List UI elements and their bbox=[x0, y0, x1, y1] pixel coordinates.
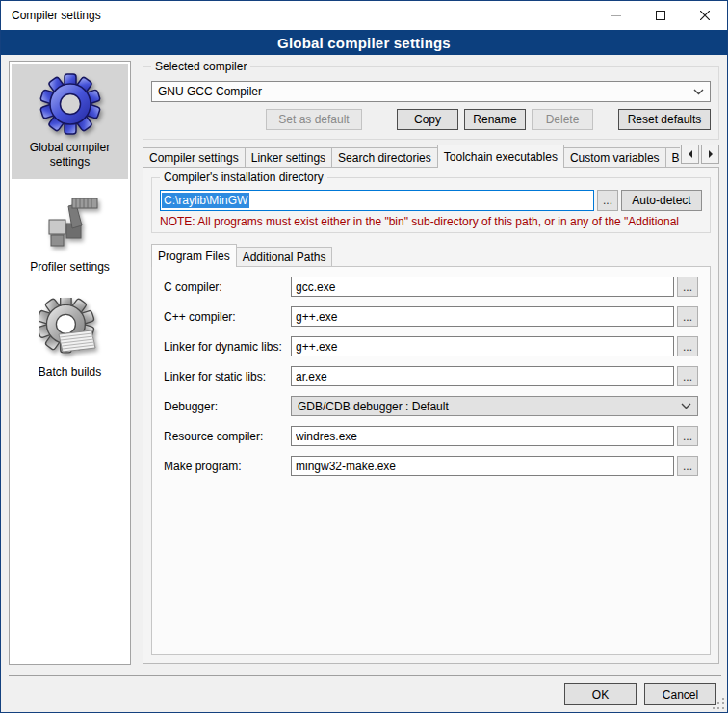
sidebar-item-global-compiler-settings[interactable]: Global compiler settings bbox=[12, 64, 128, 179]
close-button[interactable] bbox=[683, 1, 727, 30]
c-compiler-input[interactable] bbox=[291, 277, 674, 297]
sidebar-item-label: Profiler settings bbox=[30, 260, 110, 275]
sidebar-item-label: Batch builds bbox=[39, 365, 101, 380]
tab-program-files[interactable]: Program Files bbox=[151, 244, 237, 267]
resource-compiler-label: Resource compiler: bbox=[164, 430, 291, 443]
caption-buttons bbox=[594, 1, 727, 30]
tab-toolchain-executables[interactable]: Toolchain executables bbox=[437, 145, 564, 168]
static-linker-row: Linker for static libs: ... bbox=[164, 366, 698, 386]
window-title: Compiler settings bbox=[1, 9, 101, 22]
resize-grip[interactable] bbox=[713, 698, 725, 710]
make-program-browse-button[interactable]: ... bbox=[677, 456, 698, 476]
minimize-icon bbox=[611, 11, 621, 20]
dynamic-linker-browse-button[interactable]: ... bbox=[677, 336, 698, 356]
resource-compiler-row: Resource compiler: ... bbox=[164, 426, 698, 446]
sidebar-item-batch-builds[interactable]: Batch builds bbox=[12, 288, 128, 389]
arrow-left-icon bbox=[688, 150, 693, 158]
cpp-compiler-input[interactable] bbox=[291, 306, 674, 327]
tab-scroll-arrows bbox=[681, 145, 719, 164]
rename-button[interactable]: Rename bbox=[464, 109, 526, 130]
debugger-value: GDB/CDB debugger : Default bbox=[298, 400, 449, 413]
compiler-settings-dialog: Compiler settings Global compiler settin… bbox=[0, 0, 728, 713]
installation-directory-group: Compiler's installation directory C:\ray… bbox=[151, 177, 711, 233]
installation-directory-legend: Compiler's installation directory bbox=[160, 171, 327, 184]
copy-button[interactable]: Copy bbox=[397, 109, 458, 130]
static-linker-label: Linker for static libs: bbox=[164, 370, 291, 383]
cancel-button[interactable]: Cancel bbox=[644, 683, 716, 705]
dialog-banner: Global compiler settings bbox=[1, 30, 727, 55]
tab-scroll-left-button[interactable] bbox=[681, 145, 699, 164]
footer-separator bbox=[9, 675, 721, 676]
make-program-input[interactable] bbox=[291, 456, 674, 476]
debugger-dropdown[interactable]: GDB/CDB debugger : Default bbox=[291, 396, 698, 416]
cpp-compiler-browse-button[interactable]: ... bbox=[677, 306, 698, 327]
toolchain-executables-page: Compiler's installation directory C:\ray… bbox=[143, 167, 719, 664]
reset-defaults-button[interactable]: Reset defaults bbox=[618, 109, 711, 130]
install-dir-browse-button[interactable]: ... bbox=[597, 190, 618, 211]
make-program-label: Make program: bbox=[164, 460, 291, 473]
c-compiler-row: C compiler: ... bbox=[164, 277, 698, 297]
set-as-default-button: Set as default bbox=[266, 109, 362, 130]
title-bar[interactable]: Compiler settings bbox=[1, 1, 727, 30]
settings-category-sidebar: Global compiler settings Profiler settin… bbox=[9, 61, 131, 665]
c-compiler-browse-button[interactable]: ... bbox=[677, 277, 698, 297]
sidebar-item-label: Global compiler settings bbox=[13, 141, 126, 170]
selected-compiler-value: GNU GCC Compiler bbox=[158, 85, 262, 98]
paths-tab-bar: Program Files Additional Paths bbox=[151, 243, 711, 266]
make-program-row: Make program: ... bbox=[164, 456, 698, 476]
gear-blue-icon bbox=[39, 73, 101, 135]
install-dir-input[interactable]: C:\raylib\MinGW bbox=[160, 190, 594, 211]
tab-compiler-settings[interactable]: Compiler settings bbox=[143, 147, 246, 167]
static-linker-browse-button[interactable]: ... bbox=[677, 366, 698, 386]
tab-scroll-right-button[interactable] bbox=[701, 145, 719, 164]
minimize-button[interactable] bbox=[594, 1, 638, 30]
tab-build-truncated[interactable]: Builc bbox=[665, 147, 680, 167]
debugger-label: Debugger: bbox=[164, 400, 291, 413]
program-files-page: C compiler: ... C++ compiler: ... Linker… bbox=[151, 266, 711, 655]
gear-stack-icon bbox=[39, 298, 101, 359]
selected-compiler-group: Selected compiler GNU GCC Compiler Set a… bbox=[143, 66, 719, 140]
compiler-buttons-row: Set as default Copy Rename Delete Reset … bbox=[151, 109, 711, 130]
caliper-icon bbox=[39, 193, 101, 254]
settings-tab-bar: Compiler settings Linker settings Search… bbox=[143, 144, 719, 167]
c-compiler-label: C compiler: bbox=[164, 280, 291, 294]
dynamic-linker-input[interactable] bbox=[291, 336, 674, 356]
tab-custom-variables[interactable]: Custom variables bbox=[563, 147, 666, 167]
dynamic-linker-label: Linker for dynamic libs: bbox=[164, 340, 291, 354]
bin-subdirectory-note: NOTE: All programs must exist either in … bbox=[160, 215, 702, 228]
delete-button: Delete bbox=[532, 109, 593, 130]
tab-additional-paths[interactable]: Additional Paths bbox=[236, 247, 333, 266]
selected-compiler-dropdown[interactable]: GNU GCC Compiler bbox=[151, 81, 711, 102]
cpp-compiler-row: C++ compiler: ... bbox=[164, 306, 698, 327]
main-panel: Selected compiler GNU GCC Compiler Set a… bbox=[143, 61, 719, 665]
close-icon bbox=[700, 11, 710, 20]
chevron-down-icon bbox=[681, 403, 691, 409]
tab-linker-settings[interactable]: Linker settings bbox=[245, 147, 332, 167]
dynamic-linker-row: Linker for dynamic libs: ... bbox=[164, 336, 698, 356]
resource-compiler-input[interactable] bbox=[291, 426, 674, 446]
maximize-button[interactable] bbox=[638, 1, 683, 30]
maximize-icon bbox=[656, 11, 665, 20]
install-dir-selected-text: C:\raylib\MinGW bbox=[162, 193, 249, 208]
resource-compiler-browse-button[interactable]: ... bbox=[677, 426, 698, 446]
static-linker-input[interactable] bbox=[291, 366, 674, 386]
arrow-right-icon bbox=[708, 150, 714, 158]
ok-button[interactable]: OK bbox=[564, 683, 637, 705]
selected-compiler-legend: Selected compiler bbox=[151, 60, 250, 73]
chevron-down-icon bbox=[693, 89, 704, 95]
sidebar-item-profiler-settings[interactable]: Profiler settings bbox=[12, 183, 128, 284]
auto-detect-button[interactable]: Auto-detect bbox=[621, 190, 702, 211]
tab-search-directories[interactable]: Search directories bbox=[331, 147, 438, 167]
cpp-compiler-label: C++ compiler: bbox=[164, 310, 291, 324]
debugger-row: Debugger: GDB/CDB debugger : Default bbox=[164, 396, 698, 416]
